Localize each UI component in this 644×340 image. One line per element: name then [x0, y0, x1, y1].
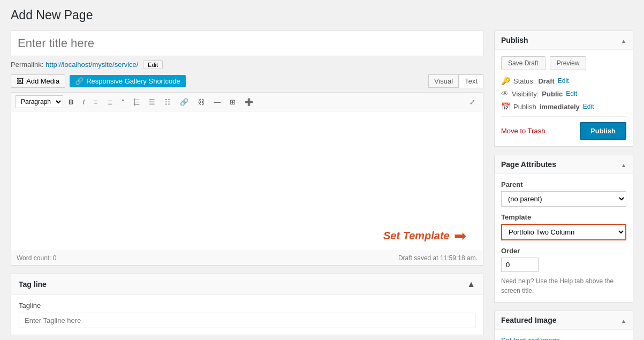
- publish-time-edit-link[interactable]: Edit: [583, 103, 594, 110]
- template-select[interactable]: Portfolio Two Column Default Template Fu…: [501, 224, 626, 240]
- tagline-input[interactable]: [19, 313, 475, 328]
- tagline-section-title: Tag line: [19, 280, 47, 289]
- view-tabs: Visual Text: [428, 74, 483, 88]
- editor-footer: Word count: 0 Draft saved at 11:59:18 am…: [11, 251, 483, 265]
- visual-tab[interactable]: Visual: [428, 74, 459, 88]
- parent-select[interactable]: (no parent): [501, 191, 626, 207]
- publish-bottom-row: Move to Trash Publish: [501, 122, 626, 140]
- move-to-trash-link[interactable]: Move to Trash: [501, 127, 545, 135]
- tagline-section-body: Tagline: [11, 295, 483, 335]
- visibility-row: 👁 Visibility: Public Edit: [501, 89, 626, 98]
- permalink-label: Permalink:: [11, 61, 43, 69]
- status-edit-link[interactable]: Edit: [558, 77, 569, 85]
- featured-image-panel: Featured Image Set featured image: [494, 311, 633, 340]
- page-attributes-header: Page Attributes: [495, 155, 633, 174]
- permalink-url[interactable]: http://localhost/mysite/service/: [46, 61, 138, 69]
- key-icon: 🔑: [501, 77, 510, 85]
- hr-button[interactable]: —: [210, 96, 224, 108]
- eye-icon: 👁: [501, 89, 509, 98]
- save-draft-button[interactable]: Save Draft: [501, 56, 545, 70]
- page-title: Add New Page: [11, 8, 633, 22]
- featured-image-title: Featured Image: [501, 316, 556, 324]
- publish-button[interactable]: Publish: [580, 122, 626, 140]
- align-center-button[interactable]: ☰: [145, 96, 159, 108]
- status-label: Status:: [513, 77, 535, 85]
- blockquote-button[interactable]: ": [118, 96, 128, 108]
- add-media-button[interactable]: 🖼 Add Media: [11, 74, 65, 88]
- link-button[interactable]: 🔗: [176, 96, 192, 108]
- editor-toolbar: 🖼 Add Media 🔗 Responsive Gallery Shortco…: [11, 74, 483, 88]
- table-button[interactable]: ⊞: [226, 96, 239, 108]
- preview-button[interactable]: Preview: [550, 56, 587, 70]
- word-count: Word count: 0: [17, 254, 57, 262]
- sidebar: Publish Save Draft Preview 🔑 Status: Dra…: [494, 31, 633, 340]
- content-area: Permalink: http://localhost/mysite/servi…: [11, 31, 483, 335]
- order-input[interactable]: [501, 258, 539, 272]
- gallery-icon: 🔗: [75, 77, 84, 85]
- template-select-wrapper: Set Template ➡ Portfolio Two Column Defa…: [501, 224, 626, 247]
- text-tab[interactable]: Text: [459, 74, 483, 88]
- template-label: Template: [501, 213, 626, 221]
- gallery-shortcode-button[interactable]: 🔗 Responsive Gallery Shortcode: [70, 75, 186, 87]
- publish-time-value: immediately: [540, 103, 580, 111]
- format-bar: Paragraph Heading 1 Heading 2 Heading 3 …: [11, 93, 483, 111]
- unlink-button[interactable]: ⛓: [194, 96, 208, 108]
- tagline-section: Tag line ▲ Tagline: [11, 274, 483, 335]
- tagline-section-header: Tag line ▲: [11, 274, 483, 295]
- editor-content[interactable]: [11, 111, 483, 251]
- draft-saved: Draft saved at 11:59:18 am.: [398, 254, 478, 262]
- visibility-label: Visibility:: [512, 90, 539, 98]
- page-attributes-panel: Page Attributes Parent (no parent) Templ…: [494, 155, 633, 303]
- unordered-list-button[interactable]: ≡: [90, 96, 102, 108]
- publish-panel-body: Save Draft Preview 🔑 Status: Draft Edit …: [495, 50, 633, 146]
- media-icon: 🖼: [17, 77, 24, 85]
- editor-box: Paragraph Heading 1 Heading 2 Heading 3 …: [11, 92, 483, 266]
- italic-button[interactable]: I: [79, 96, 88, 108]
- visibility-value: Public: [542, 90, 563, 98]
- featured-image-header: Featured Image: [495, 311, 633, 330]
- order-label: Order: [501, 247, 626, 255]
- parent-label: Parent: [501, 180, 626, 188]
- page-attributes-title: Page Attributes: [501, 160, 556, 169]
- fullscreen-button[interactable]: ⤢: [466, 96, 479, 108]
- paragraph-select[interactable]: Paragraph Heading 1 Heading 2 Heading 3: [16, 95, 63, 108]
- align-right-button[interactable]: ☷: [161, 96, 175, 108]
- tagline-label: Tagline: [19, 301, 475, 309]
- calendar-icon: 📅: [501, 102, 510, 111]
- publish-time-row: 📅 Publish immediately Edit: [501, 102, 626, 111]
- align-left-button[interactable]: ⬱: [130, 95, 143, 108]
- publish-divider: [501, 116, 626, 117]
- page-attributes-body: Parent (no parent) Template Set Template…: [495, 174, 633, 302]
- status-row: 🔑 Status: Draft Edit: [501, 77, 626, 85]
- set-featured-image-link[interactable]: Set featured image: [501, 336, 560, 340]
- publish-actions-row: Save Draft Preview: [501, 56, 626, 70]
- publish-chevron-icon: [621, 36, 626, 44]
- featured-image-chevron-icon: [621, 316, 626, 324]
- permalink-bar: Permalink: http://localhost/mysite/servi…: [11, 61, 483, 69]
- tagline-section-toggle[interactable]: ▲: [467, 279, 475, 289]
- visibility-edit-link[interactable]: Edit: [566, 90, 577, 97]
- page-attributes-chevron-icon: [621, 161, 626, 169]
- featured-image-body: Set featured image: [495, 330, 633, 340]
- publish-panel-header: Publish: [495, 31, 633, 50]
- page-title-input[interactable]: [11, 31, 483, 56]
- status-value: Draft: [538, 77, 554, 85]
- permalink-edit-button[interactable]: Edit: [143, 61, 163, 69]
- ordered-list-button[interactable]: ≣: [103, 96, 117, 108]
- help-text: Need help? Use the Help tab above the sc…: [501, 276, 626, 296]
- more-button[interactable]: ➕: [241, 96, 257, 108]
- bold-button[interactable]: B: [65, 96, 77, 108]
- publish-panel-title: Publish: [501, 36, 528, 44]
- publish-label: Publish: [513, 103, 536, 111]
- publish-panel: Publish Save Draft Preview 🔑 Status: Dra…: [494, 31, 633, 147]
